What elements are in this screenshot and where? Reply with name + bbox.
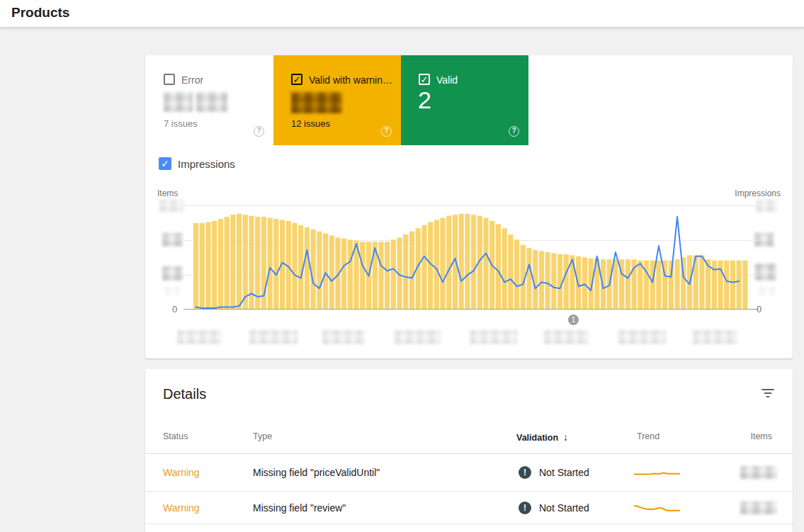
redacted-date-label — [322, 330, 365, 344]
redacted-date-label — [693, 330, 737, 344]
redacted-axis-tick — [162, 233, 183, 247]
redacted-axis-tick — [754, 233, 774, 247]
trend-sparkline — [634, 465, 680, 480]
error-issues-count: 7 issues — [164, 118, 198, 129]
redacted-date-label — [249, 330, 298, 344]
redacted-date-label — [544, 330, 589, 344]
error-card-label: Error — [181, 74, 203, 86]
valid-with-warnings-card[interactable]: Valid with warnin… 12 issues — [273, 55, 401, 145]
report-summary-panel: Error 7 issues Valid with warnin… 12 iss… — [145, 55, 793, 358]
checkbox-valid-checked[interactable] — [419, 74, 430, 85]
redacted-date-label — [618, 330, 666, 344]
valid-with-warnings-label: Valid with warnin… — [309, 74, 392, 86]
validation-state: Not Started — [539, 467, 589, 478]
checkbox-error-unchecked[interactable] — [164, 74, 175, 85]
page-title: Products — [11, 5, 69, 21]
trend-sparkline — [634, 500, 680, 516]
impressions-label: Impressions — [178, 158, 235, 170]
column-header-type[interactable]: Type — [253, 431, 272, 441]
left-axis-title: Items — [157, 188, 178, 198]
redacted-axis-tick — [759, 286, 775, 296]
help-icon[interactable] — [254, 126, 264, 137]
redacted-axis-tick — [164, 286, 180, 295]
redacted-axis-tick — [755, 264, 776, 281]
redacted-error-count — [196, 92, 227, 112]
issue-type: Missing field "review" — [253, 502, 346, 514]
column-header-validation[interactable]: Validation↓ — [516, 431, 568, 443]
annotation-badge[interactable]: 1 — [568, 315, 579, 325]
redacted-items-count — [740, 466, 777, 479]
valid-count: 2 — [418, 86, 431, 114]
redacted-date-label — [177, 330, 221, 344]
help-icon[interactable] — [381, 126, 392, 137]
not-started-icon — [519, 466, 531, 479]
help-icon[interactable] — [509, 126, 519, 137]
issue-type: Missing field "priceValidUntil" — [253, 467, 380, 478]
right-axis-title: Impressions — [735, 188, 781, 198]
redacted-date-label — [470, 330, 517, 344]
top-app-bar: Products — [0, 0, 804, 28]
column-header-trend[interactable]: Trend — [637, 431, 659, 441]
redacted-axis-tick — [756, 200, 777, 212]
valid-card[interactable]: Valid 2 — [401, 55, 528, 145]
column-header-items[interactable]: Items — [750, 431, 772, 441]
redacted-error-count — [164, 92, 193, 112]
details-panel: Details Status Type Validation↓ Trend It… — [145, 369, 793, 532]
not-started-icon — [519, 502, 531, 514]
sort-descending-icon: ↓ — [563, 431, 568, 443]
table-row[interactable]: Warning Missing field "review" Not Start… — [145, 492, 793, 524]
items-impressions-chart — [188, 200, 754, 310]
warnings-issues-count: 12 issues — [291, 118, 330, 129]
redacted-date-label — [395, 330, 441, 344]
checkbox-impressions-checked[interactable] — [159, 157, 171, 170]
column-header-status[interactable]: Status — [163, 431, 188, 441]
checkbox-valid-with-warnings-checked[interactable] — [291, 74, 302, 85]
left-axis-zero: 0 — [172, 304, 177, 315]
redacted-axis-tick — [159, 200, 183, 212]
redacted-warnings-count — [291, 92, 342, 113]
status-warning: Warning — [163, 502, 200, 514]
redacted-items-count — [740, 502, 777, 514]
validation-state: Not Started — [539, 502, 589, 514]
status-warning: Warning — [163, 467, 200, 478]
redacted-axis-tick — [162, 266, 183, 281]
valid-card-label: Valid — [436, 74, 458, 86]
table-row-partial — [145, 524, 793, 532]
error-card[interactable]: Error 7 issues — [146, 55, 273, 145]
details-table-header: Status Type Validation↓ Trend Items — [145, 369, 793, 454]
table-row[interactable]: Warning Missing field "priceValidUntil" … — [145, 454, 793, 492]
